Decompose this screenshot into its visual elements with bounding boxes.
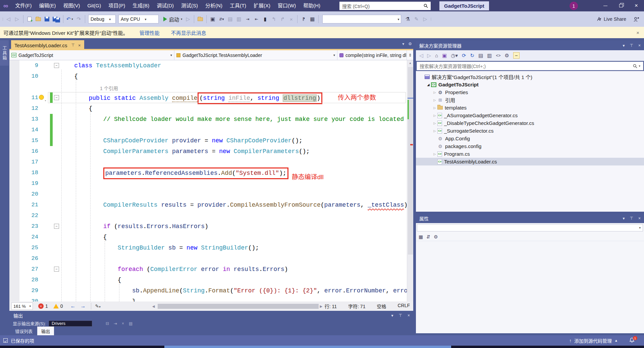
code-line[interactable]: 9− class TestAssemblyLoader [9, 60, 413, 71]
code-line[interactable]: 30 } [9, 296, 413, 301]
scroll-right-icon[interactable]: ▶ [320, 304, 323, 308]
previous-bookmark-icon[interactable]: ↰ [271, 15, 277, 23]
restore-button[interactable] [613, 0, 629, 11]
sync-with-active-document-icon[interactable]: ↻ [470, 53, 475, 59]
search-options-icon[interactable]: ▾ [639, 64, 640, 68]
find-in-files-icon[interactable] [197, 15, 203, 23]
tree-item-properties[interactable]: ▷⚙Properties [416, 88, 644, 96]
notifications-bell[interactable]: 1 [629, 337, 635, 344]
manage-performance-link[interactable]: 管理性能 [140, 29, 160, 36]
document-tab[interactable]: TestAssemblyLoader.cs ⊤ × [11, 40, 84, 50]
code-text[interactable]: { [9, 275, 413, 285]
solution-explorer-search-input[interactable]: 搜索解决方案资源管理器(Ctrl+;) ▾ [417, 62, 643, 70]
start-debug-button[interactable]: 启动▾ [163, 15, 182, 23]
type-dropdown[interactable]: GadgetToJScript.TestAssemblyLoader▾ [174, 50, 337, 60]
code-text[interactable]: class TestAssemblyLoader [9, 60, 413, 71]
codelens-row[interactable]: 1 个引用 [9, 82, 413, 92]
chevron-expanded-icon[interactable]: ◢ [426, 83, 431, 86]
bottom-tab-输出[interactable]: 输出 [37, 327, 54, 335]
platform-select[interactable]: Any CPU▾ [118, 15, 159, 23]
pending-changes-filter-icon[interactable]: ◷▾ [451, 53, 458, 59]
code-text[interactable]: CompilerResults results = provider.Compi… [9, 200, 413, 210]
info-bar-close-icon[interactable]: × [636, 30, 639, 36]
navigate-forward-icon[interactable]: ▷ [14, 15, 20, 23]
refresh-icon[interactable]: ⟳ [462, 53, 466, 59]
menu-item[interactable]: 测试(S) [177, 0, 202, 11]
tree-item--gadgettojscript-1-1-[interactable]: 解决方案"GadgetToJScript"(1 个项目/共 1 个) [416, 73, 644, 81]
live-share-button[interactable]: Live Share [604, 16, 626, 22]
outdent-icon[interactable]: ⇤ [253, 15, 259, 23]
code-line[interactable]: 22 [9, 210, 413, 221]
code-text[interactable]: if (results.Errors.HasErrors) [9, 221, 413, 232]
code-line[interactable]: 24 { [9, 232, 413, 242]
code-text[interactable]: foreach (CompilerError error in results.… [9, 264, 413, 275]
menu-item[interactable]: 文件(F) [11, 0, 35, 11]
run-tests-icon[interactable]: ▷ [422, 15, 428, 23]
output-settings-icon[interactable]: ▤ [129, 321, 132, 326]
tree-item-templates[interactable]: ▷templates [416, 104, 644, 112]
tree-item--asurrogategadgetgenerator-cs[interactable]: ▷C#_ASurrogateGadgetGenerator.cs [416, 112, 644, 119]
tree-item--surrogateselector-cs[interactable]: ▷C#_SurrogateSelector.cs [416, 127, 644, 135]
code-line[interactable]: 11− public static Assembly compile(strin… [9, 92, 413, 103]
bottom-tab-错误列表[interactable]: 错误列表 [11, 327, 37, 335]
output-clear-icon[interactable]: ⊟ [106, 321, 109, 326]
navigate-forward-icon[interactable]: → [80, 303, 86, 309]
scroll-left-icon[interactable]: ◀ [152, 304, 155, 308]
zoom-level-select[interactable]: 161 %▾ [11, 302, 33, 310]
switch-views-icon[interactable]: ▣ [442, 53, 447, 59]
code-text[interactable]: public static Assembly compile(string in… [9, 92, 413, 103]
solution-explorer-close-icon[interactable]: × [638, 43, 641, 48]
properties-pin-icon[interactable]: ⊤ [630, 216, 633, 221]
active-project-badge[interactable]: GadgetToJScript [439, 1, 489, 10]
menu-item[interactable]: 工具(T) [226, 0, 250, 11]
document-outline-icon[interactable]: ▥ [236, 15, 242, 23]
toolbar-grip[interactable]: ⁞ [2, 17, 3, 21]
menu-item[interactable]: 视图(V) [59, 0, 84, 11]
back-icon[interactable]: ◁ [419, 53, 423, 59]
open-file-icon[interactable] [35, 15, 41, 23]
new-query-icon[interactable]: ▤ [227, 15, 233, 23]
source-control-expand-icon[interactable]: ▲ [614, 339, 618, 342]
quick-search-input[interactable]: 搜索 (Ctrl+Q) [339, 2, 431, 10]
warning-count[interactable]: 0 [60, 303, 63, 309]
fold-collapse-icon[interactable]: − [54, 267, 59, 272]
code-text[interactable]: // Shellcode loader would make more sens… [9, 114, 413, 125]
code-text[interactable]: CSharpCodeProvider provider = new CSharp… [9, 135, 413, 146]
tree-item-app-config[interactable]: ⚙App.Config [416, 135, 644, 142]
chevron-collapsed-icon[interactable]: ▷ [432, 114, 437, 117]
error-count-icon[interactable]: × [38, 303, 44, 309]
chevron-collapsed-icon[interactable]: ▷ [432, 122, 437, 125]
code-line[interactable]: 21 CompilerResults results = provider.Co… [9, 200, 413, 210]
tree-item-gadgettojscript[interactable]: ◢C#GadgetToJScript [416, 81, 644, 88]
properties-object-select[interactable]: ▾ [417, 224, 643, 231]
edit-icon[interactable]: ✎ [413, 15, 419, 23]
properties-page-icon[interactable]: ▥ [487, 53, 492, 59]
code-line[interactable]: 29 sb.AppendLine(String.Format("Error ({… [9, 285, 413, 296]
collapse-all-icon[interactable]: ▤ [478, 53, 483, 59]
code-line[interactable]: 16 CompilerParameters parameters = new C… [9, 146, 413, 157]
chevron-collapsed-icon[interactable]: ▷ [432, 129, 437, 133]
code-line[interactable]: 18 parameters.ReferencedAssemblies.Add("… [9, 167, 413, 178]
output-dropdown-icon[interactable]: ▾ [391, 313, 393, 318]
project-dropdown[interactable]: C# GadgetToJScript▾ [9, 50, 174, 60]
hot-reload-icon[interactable]: ▷ [185, 15, 191, 23]
code-map-icon[interactable]: ▦ [309, 15, 315, 23]
menu-item[interactable]: 帮助(H) [300, 0, 324, 11]
code-editor[interactable]: 9− class TestAssemblyLoader10 {1 个引用11− … [9, 60, 413, 301]
code-text[interactable]: parameters.ReferencedAssemblies.Add("Sys… [9, 167, 413, 179]
code-line[interactable]: 17 [9, 157, 413, 167]
save-all-icon[interactable] [53, 15, 60, 23]
properties-close-icon[interactable]: × [638, 216, 641, 221]
output-delete-icon[interactable]: × [122, 321, 124, 326]
warning-count-icon[interactable] [53, 304, 59, 308]
feedback-icon[interactable] [634, 17, 639, 22]
code-line[interactable]: 23− if (results.Errors.HasErrors) [9, 221, 413, 232]
indentation-indicator[interactable]: 空格 [377, 303, 386, 309]
notification-badge[interactable]: 1 [570, 2, 578, 10]
solution-explorer-pin-icon[interactable]: ⊤ [630, 43, 633, 48]
minimize-button[interactable] [598, 0, 613, 11]
horizontal-scrollbar-thumb[interactable] [158, 304, 319, 309]
tab-well-options-icon[interactable]: ⚙ [408, 42, 412, 46]
line-ending-indicator[interactable]: CRLF [397, 303, 410, 309]
code-text[interactable]: sb.AppendLine(String.Format("Error ({0})… [9, 285, 413, 296]
